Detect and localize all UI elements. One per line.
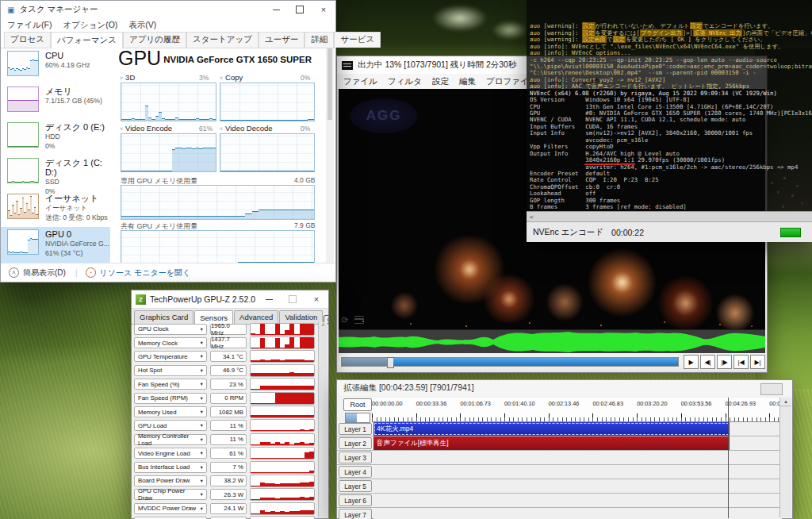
encode-status-bar: NVEnc エンコード 00:00:22 [527,221,812,242]
timeline-ruler[interactable]: 00:00:00.0000:00:33.3600:01:06.7300:01:4… [372,398,782,422]
tm-sidebar-item[interactable]: CPU 60% 4.19 GHz [1,48,110,84]
layer-track[interactable]: 4K花火.mp4 [373,422,782,436]
tm-sidebar-item[interactable]: GPU 0 NVIDIA GeForce G... 61% (34 °C) [1,227,110,263]
shared-memory-graph [121,230,315,265]
tm-scrollbar[interactable]: ▼ [326,48,334,280]
tm-footer: ˄ 簡易表示(D) | ◔ リソース モニターを開く [1,263,335,282]
layer-track[interactable] [373,494,782,507]
tm-menu-item[interactable]: ファイル(F) [7,20,52,31]
tm-tab[interactable]: アプリの履歴 [123,32,186,48]
aviutl-menu-item[interactable]: フィルタ [388,76,422,87]
timeline-end-marker[interactable] [728,398,729,518]
sensor-name-dropdown[interactable]: Hot Spot▼ [134,365,207,376]
layer-button[interactable]: Layer 2 [339,437,372,449]
sensor-name-dropdown[interactable]: MVDDC Power Draw▼ [134,503,207,514]
sensor-name-dropdown[interactable]: Fan Speed (RPM)▼ [134,393,207,404]
aviutl-menu-item[interactable]: 設定 [432,76,449,87]
tm-sidebar-item[interactable]: イーサネット イーサネット 送信: 0 受信: 0 Kbps [1,191,110,227]
playback-button[interactable]: |◀ [733,355,749,369]
sensor-history-graph [250,364,315,377]
resource-monitor-link[interactable]: リソース モニターを開く [100,267,191,279]
sensor-name-dropdown[interactable]: Memory Used▼ [134,406,207,417]
chevron-down-icon: ▼ [200,492,204,497]
sidebar-item-title: ディスク 0 (E:) [45,122,105,132]
layer-button[interactable]: Layer 5 [339,480,372,492]
ruler-timestamp: 00:00:33.36 [416,400,461,407]
timeline-titlebar-button[interactable] [760,383,783,395]
sidebar-item-title: イーサネット [45,194,108,203]
layer-button[interactable]: Layer 3 [339,452,372,463]
layer-button[interactable]: Layer 6 [339,494,372,506]
layer-track[interactable] [373,479,782,493]
refresh-icon[interactable]: ⟳ [341,316,348,324]
tm-menu-item[interactable]: 表示(V) [128,20,156,31]
sidebar-item-line1: HDD [45,132,105,141]
tm-sidebar-item[interactable]: メモリ 7.1/15.7 GB (45%) [1,84,110,120]
sensor-row: Hot Spot▼ 46.9 °C [134,363,318,377]
tm-tab[interactable]: 詳細 [304,32,334,48]
layer-track[interactable] [373,451,782,464]
timeline-titlebar[interactable]: 拡張編集 [00:04:23.59] [7901/7941] [337,380,792,396]
minimize-icon[interactable] [264,1,288,18]
playback-button[interactable]: ▶ [684,355,699,369]
timeline-clip[interactable]: 音声ファイル[標準再生] [373,436,730,450]
maximize-icon[interactable] [288,1,312,18]
scroll-up-icon: ▲ [780,398,791,406]
chevron-down-icon: ˅ [120,75,123,81]
timeline-layer-row: Layer 3 [337,451,782,465]
console-hscrollbar[interactable]: < [527,211,812,221]
layer-track[interactable] [373,508,782,519]
tm-menu-item[interactable]: オプション(O) [63,20,117,31]
layer-button[interactable]: Layer 7 [339,509,372,519]
aviutl-menu-item[interactable]: ファイル [343,76,377,87]
sensor-row: GPU Clock▼ 1965.0 MHz [134,322,318,336]
tm-sidebar-item[interactable]: ディスク 1 (C: D:) SSD 0% [1,156,110,191]
sensor-name-dropdown[interactable]: Board Power Draw▼ [134,475,207,486]
minimize-icon[interactable] [257,290,281,308]
playback-button[interactable]: |▶ [717,355,732,369]
layer-button[interactable]: Layer 1 [339,423,372,435]
sensor-name-dropdown[interactable]: GPU Chip Power Draw▼ [134,489,207,500]
chevron-down-icon: ▼ [200,451,204,456]
tm-tab[interactable]: サービス [334,32,381,48]
sensor-row: GPU Chip Power Draw▼ 26.3 W [134,488,318,502]
aviutl-menu-item[interactable]: 編集 [459,76,476,87]
close-icon[interactable]: × [312,1,335,18]
layer-track[interactable]: 音声ファイル[標準再生] [373,436,782,450]
playback-button[interactable]: ▶| [750,355,765,369]
sensor-name-dropdown[interactable]: GPU Temperature▼ [134,351,207,362]
tm-tab[interactable]: ユーザー [259,32,305,48]
scroll-left-icon[interactable]: < [530,213,534,221]
gpuz-scrollbar[interactable]: ˄ [318,322,327,517]
sensor-name-dropdown[interactable]: Fan Speed (%)▼ [134,379,207,390]
tm-sidebar-item[interactable]: ディスク 0 (E:) HDD 0% [1,120,110,156]
layer-button[interactable]: Layer 4 [339,466,372,478]
tm-tab[interactable]: スタートアップ [186,32,259,48]
seek-bar[interactable] [341,357,679,367]
sensor-name-dropdown[interactable]: Video Engine Load▼ [134,448,207,459]
sensor-name-dropdown[interactable]: Memory Controller Load▼ [134,434,207,445]
simple-view-link[interactable]: 簡易表示(D) [23,267,66,279]
sensor-row: Memory Used▼ 1082 MB [134,405,318,418]
timeline-scrollbar[interactable]: ▲ [779,398,791,517]
close-icon[interactable]: × [304,290,328,308]
tm-titlebar[interactable]: ▣ タスク マネージャー × [1,1,335,18]
root-button[interactable]: Root [343,398,372,411]
playback-button[interactable]: ◀| [700,355,715,369]
tm-tab[interactable]: プロセス [4,32,51,48]
layer-track[interactable] [373,465,782,479]
tm-title: タスク マネージャー [19,4,98,15]
tm-tab[interactable]: パフォーマンス [51,32,123,48]
timeline-clip[interactable]: 4K花火.mp4 [373,422,730,436]
sensor-name-dropdown[interactable]: Memory Clock▼ [134,337,207,348]
menu-icon[interactable] [354,316,364,324]
sensor-name-dropdown[interactable]: GPU Load▼ [134,420,207,431]
sidebar-item-title: メモリ [45,86,102,96]
sensor-name-dropdown[interactable]: Bus Interface Load▼ [134,462,207,473]
gpu-name: NVIDIA GeForce GTX 1650 SUPER [163,55,312,64]
sensor-name-dropdown[interactable]: GPU Clock▼ [134,324,207,335]
sensor-row: MVDDC Power Draw▼ 24.1 W [134,502,318,515]
gpuz-titlebar[interactable]: Z TechPowerUp GPU-Z 2.52.0 × [132,290,328,309]
encode-progress-bar [780,228,801,237]
sidebar-item-title: ディスク 1 (C: D:) [45,158,110,177]
